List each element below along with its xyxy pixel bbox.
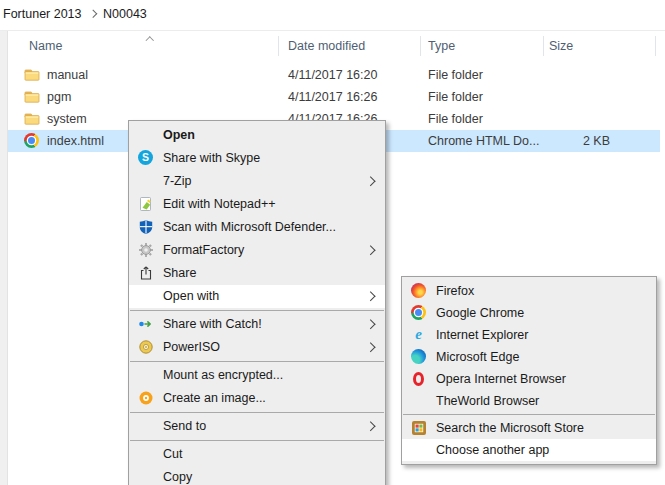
submenu-arrow-icon [365,343,374,352]
folder-icon [24,111,40,127]
column-header-type[interactable]: Type [428,39,455,53]
breadcrumb-item-n00043[interactable]: N00043 [103,7,147,21]
submenu-arrow-icon [365,320,374,329]
menu-separator [130,361,384,362]
notepadpp-icon [138,196,154,212]
formatfactory-icon [138,242,154,258]
column-resize-handle[interactable] [278,36,279,56]
msstore-icon [411,420,427,436]
menu-separator [403,414,655,415]
submenu-arrow-icon [365,246,374,255]
context-menu-item-share[interactable]: Share [129,262,385,285]
toolbar-divider [0,30,665,31]
menu-item-label: PowerISO [163,340,220,354]
context-menu: OpenShare with Skype7-ZipEdit with Notep… [128,120,386,485]
context-menu-item-poweriso[interactable]: PowerISO [129,336,385,359]
file-date: 4/11/2017 16:20 [288,64,377,86]
file-date: 4/11/2017 16:26 [288,86,377,108]
column-header-name[interactable]: Name [29,39,62,53]
file-type: File folder [428,64,483,86]
menu-item-label: 7-Zip [163,174,191,188]
column-resize-handle[interactable] [543,36,544,56]
context-menu-item-share-with-catch[interactable]: Share with Catch! [129,313,385,336]
menu-separator [130,310,384,311]
open-with-submenu: FirefoxGoogle ChromeInternet ExplorerMic… [401,276,657,465]
menu-item-label: Choose another app [436,443,549,457]
open-with-item-choose-another-app[interactable]: Choose another app [402,439,656,461]
menu-item-label: Edit with Notepad++ [163,197,276,211]
menu-item-label: Send to [163,419,206,433]
submenu-arrow-icon [365,177,374,186]
open-with-item-internet-explorer[interactable]: Internet Explorer [402,324,656,346]
disc-icon [138,390,154,406]
open-with-item-firefox[interactable]: Firefox [402,280,656,302]
file-name: pgm [47,86,71,108]
menu-item-label: Internet Explorer [436,328,528,342]
open-with-item-theworld-browser[interactable]: TheWorld Browser [402,390,656,412]
context-menu-item-open-with[interactable]: Open with [129,285,385,308]
open-with-item-opera-internet-browser[interactable]: Opera Internet Browser [402,368,656,390]
file-type: File folder [428,86,483,108]
explorer-window: Fortuner 2013 N00043 Name Date modified … [0,0,665,485]
file-size: 2 KB [500,130,610,152]
column-resize-handle[interactable] [655,36,656,56]
context-menu-item-scan-with-microsoft-defender[interactable]: Scan with Microsoft Defender... [129,216,385,239]
menu-item-label: Microsoft Edge [436,350,519,364]
column-header-date-modified[interactable]: Date modified [288,39,365,53]
open-with-item-microsoft-edge[interactable]: Microsoft Edge [402,346,656,368]
menu-item-label: Firefox [436,284,474,298]
menu-item-label: FormatFactory [163,243,244,257]
menu-separator [130,412,384,413]
poweriso-icon [138,339,154,355]
menu-item-label: Cut [163,447,182,461]
context-menu-item-edit-with-notepad[interactable]: Edit with Notepad++ [129,193,385,216]
menu-item-label: Google Chrome [436,306,524,320]
file-type: File folder [428,108,483,130]
open-with-item-search-the-microsoft-store[interactable]: Search the Microsoft Store [402,417,656,439]
file-row-manual[interactable]: manual4/11/2017 16:20File folder [8,64,660,86]
breadcrumb-separator-icon[interactable] [88,10,96,18]
context-menu-item-formatfactory[interactable]: FormatFactory [129,239,385,262]
edge-icon [411,349,427,365]
menu-separator [130,440,384,441]
context-menu-item-mount-as-encrypted[interactable]: Mount as encrypted... [129,364,385,387]
breadcrumb-item-fortuner-2013[interactable]: Fortuner 2013 [3,7,82,21]
menu-item-label: Mount as encrypted... [163,368,283,382]
menu-item-label: Scan with Microsoft Defender... [163,220,336,234]
menu-item-label: Opera Internet Browser [436,372,566,386]
chrome-icon [24,133,40,149]
menu-item-label: Open [163,128,195,142]
menu-item-label: Copy [163,470,192,484]
context-menu-item-7-zip[interactable]: 7-Zip [129,170,385,193]
left-edge-strip [0,31,8,485]
column-header-size[interactable]: Size [549,39,573,53]
file-name: index.html [47,130,104,152]
file-name: system [47,108,87,130]
context-menu-item-cut[interactable]: Cut [129,443,385,466]
catch-icon [138,316,154,332]
open-with-item-google-chrome[interactable]: Google Chrome [402,302,656,324]
context-menu-item-send-to[interactable]: Send to [129,415,385,438]
breadcrumb: Fortuner 2013 N00043 [3,5,147,23]
submenu-arrow-icon [365,292,374,301]
firefox-icon [411,283,427,299]
opera-icon [411,371,427,387]
menu-item-label: Search the Microsoft Store [436,421,584,435]
context-menu-item-share-with-skype[interactable]: Share with Skype [129,147,385,170]
share-icon [138,265,154,281]
folder-icon [24,67,40,83]
menu-item-label: TheWorld Browser [436,394,539,408]
skype-icon [138,150,154,166]
context-menu-item-open[interactable]: Open [129,124,385,147]
folder-icon [24,89,40,105]
file-row-pgm[interactable]: pgm4/11/2017 16:26File folder [8,86,660,108]
context-menu-item-create-an-image[interactable]: Create an image... [129,387,385,410]
defender-icon [138,219,154,235]
ie-icon [411,327,427,343]
chrome-icon [411,305,427,321]
menu-item-label: Share with Catch! [163,317,262,331]
context-menu-item-copy[interactable]: Copy [129,466,385,485]
submenu-arrow-icon [365,422,374,431]
sort-ascending-icon [146,37,154,45]
column-resize-handle[interactable] [420,36,421,56]
